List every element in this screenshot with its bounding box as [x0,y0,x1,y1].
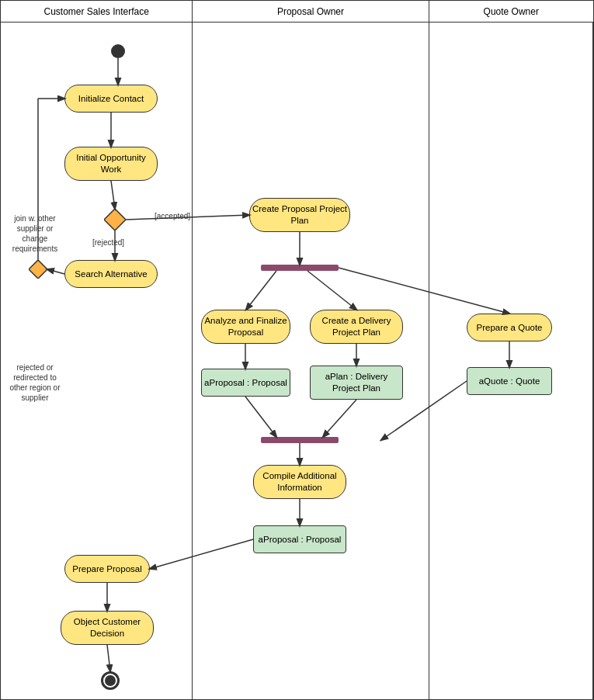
rejected-note: rejected or redirected to other region o… [4,362,66,403]
diamond1-node [104,209,126,230]
create-delivery-node: Create a Delivery Project Plan [310,310,403,344]
header-proposal-owner: Proposal Owner [193,1,429,22]
aplan-node: aPlan : Delivery Project Plan [310,366,403,400]
compile-info-node: Compile Additional Information [253,465,346,499]
start-node [111,44,125,58]
header-quote-owner: Quote Owner [429,1,593,22]
initialize-contact-node: Initialize Contact [64,85,158,113]
analyze-finalize-node: Analyze and Finalize Proposal [201,310,290,344]
join-note: join w. other supplier or change require… [4,213,66,254]
prepare-proposal-node: Prepare Proposal [64,555,150,583]
svg-marker-1 [29,260,47,279]
create-proposal-plan-node: Create Proposal Project Plan [249,198,350,232]
end-node [101,671,120,690]
diamond2-node [29,260,47,279]
diagram-container: Customer Sales Interface Proposal Owner … [0,0,594,700]
initial-opportunity-node: Initial Opportunity Work [64,147,158,181]
header-customer-sales: Customer Sales Interface [1,1,193,22]
join1-bar [261,437,339,443]
aproposal1-node: aProposal : Proposal [201,369,290,397]
aquote-node: aQuote : Quote [467,367,552,395]
search-alternative-node: Search Alternative [64,260,158,288]
lane-customer-sales [1,23,193,700]
rejected-label: [rejected] [92,238,124,247]
aproposal2-node: aProposal : Proposal [253,525,346,553]
swimlane-body: Initialize Contact Initial Opportunity W… [1,23,593,700]
fork1-bar [261,265,339,271]
lane-quote-owner [429,23,593,700]
svg-marker-0 [104,209,126,230]
object-customer-node: Object Customer Decision [61,611,154,645]
prepare-quote-node: Prepare a Quote [467,314,552,341]
swimlane-headers: Customer Sales Interface Proposal Owner … [1,1,593,23]
accepted-label: [accepted] [155,212,190,220]
lane-proposal-owner [193,23,429,700]
